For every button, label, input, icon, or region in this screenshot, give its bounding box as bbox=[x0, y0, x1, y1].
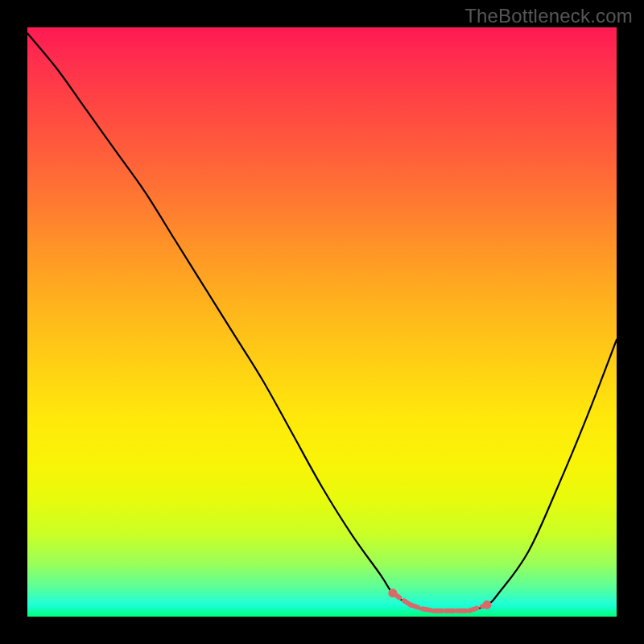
chart-svg bbox=[27, 27, 617, 617]
watermark-text: TheBottleneck.com bbox=[464, 5, 633, 27]
chart-plot-area bbox=[27, 27, 617, 617]
valley-marker-dash bbox=[469, 605, 487, 610]
bottleneck-curve bbox=[27, 33, 617, 611]
valley-markers bbox=[388, 588, 491, 610]
